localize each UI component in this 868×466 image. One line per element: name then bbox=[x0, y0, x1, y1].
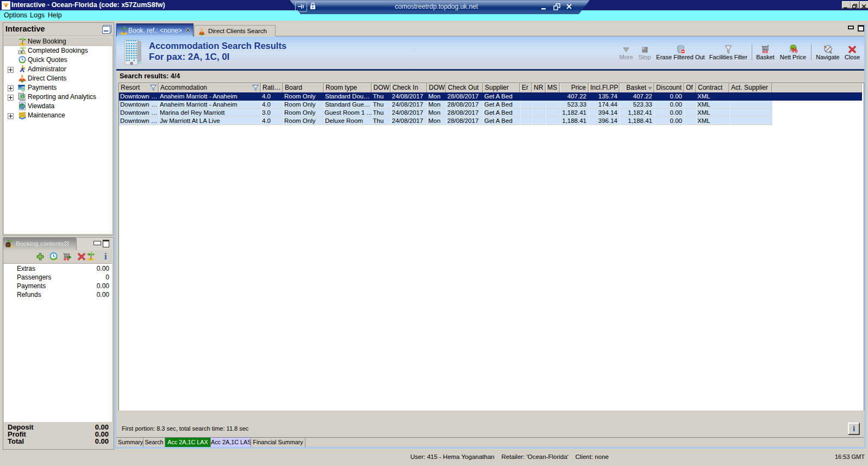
svg-text:$: $ bbox=[21, 85, 25, 92]
svg-text:%: % bbox=[791, 46, 798, 54]
svg-text:$: $ bbox=[21, 51, 22, 54]
